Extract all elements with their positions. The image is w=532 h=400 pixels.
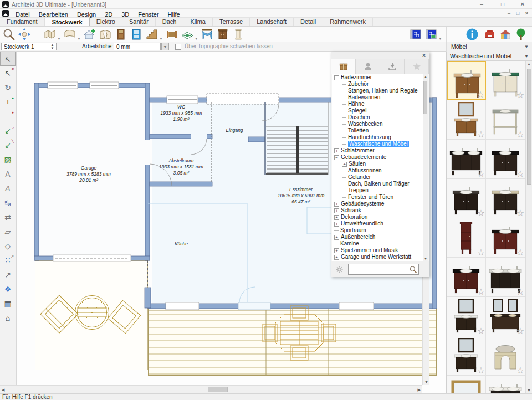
favorite-star-icon[interactable]: ☆ — [516, 90, 524, 100]
tab-terrasse[interactable]: Terrasse — [213, 18, 250, 26]
scatter-tool[interactable]: ⁙↗ — [0, 253, 16, 268]
tree-item[interactable]: Toiletten — [332, 127, 424, 134]
select-tool[interactable]: ↖ — [0, 52, 16, 66]
opening-tool[interactable] — [200, 27, 215, 42]
catalog-scrollbar[interactable]: ▲ ▼ — [525, 61, 532, 393]
plan-detail-view-button[interactable]: ▼ — [423, 27, 443, 42]
favorite-star-icon[interactable]: ☆ — [477, 208, 485, 218]
scroll-down-icon[interactable]: ▼ — [423, 380, 430, 384]
cabinet-tool[interactable] — [215, 27, 231, 42]
tree-item[interactable]: −Badezimmer — [332, 74, 424, 81]
tree-item[interactable]: Stangen, Haken und Regale — [332, 88, 424, 94]
column-tool[interactable] — [231, 27, 246, 42]
library-panel-titlebar[interactable]: ✕ — [331, 52, 429, 59]
minimize-button[interactable]: – — [477, 0, 487, 8]
text-tool[interactable]: A — [0, 167, 16, 181]
expand-icon[interactable]: + — [334, 248, 339, 253]
tab-landschaft[interactable]: Landschaft — [250, 18, 294, 26]
canvas-hscroll-thumb[interactable] — [208, 387, 228, 392]
pan-tool[interactable] — [17, 27, 32, 42]
workheight-dropdown[interactable]: ▼ — [161, 43, 169, 50]
favorite-star-icon[interactable]: ☆ — [477, 168, 485, 179]
tree-scrollbar[interactable]: ▲ ▼ — [423, 74, 428, 261]
multi-select-tool[interactable]: ↖# — [0, 66, 16, 80]
favorite-star-icon[interactable]: ☆ — [477, 247, 485, 258]
favorite-star-icon[interactable]: ☆ — [516, 168, 524, 179]
catalog-item-vanity-red-black-top[interactable]: ☆ — [486, 218, 525, 258]
catalog-item-double-vanity-two-mirrors[interactable]: ☆ — [486, 297, 525, 336]
close-icon[interactable]: ✕ — [420, 52, 428, 59]
hatch-tool[interactable]: ▨ — [0, 152, 16, 167]
wall-break-tool[interactable] — [98, 27, 113, 42]
tree-item[interactable]: +Schlafzimmer — [332, 147, 424, 154]
tree-item[interactable]: +Dekoration — [332, 214, 424, 220]
tree-item[interactable]: −Gebäudeelemente — [332, 154, 424, 161]
tab-fundament[interactable]: Fundament — [0, 18, 45, 26]
favorite-star-icon[interactable]: ☆ — [477, 365, 485, 376]
tree-item[interactable]: Handtuchheizung — [332, 134, 424, 141]
gear-icon[interactable] — [335, 265, 344, 274]
view-3d-tool[interactable]: ⌂ — [0, 311, 16, 325]
scroll-down-icon[interactable]: ▼ — [526, 388, 532, 392]
favorite-star-icon[interactable]: ☆ — [516, 326, 524, 336]
expand-icon[interactable]: + — [334, 222, 339, 227]
dimension-tool[interactable]: ↹ — [0, 196, 16, 210]
railing-tool[interactable] — [164, 27, 180, 42]
tree-item[interactable]: Badewannen — [332, 94, 424, 101]
door-tool[interactable] — [113, 27, 129, 42]
tab-favorites[interactable] — [405, 59, 429, 74]
favorite-star-icon[interactable]: ☆ — [516, 365, 524, 376]
materials-library-button[interactable] — [498, 27, 513, 42]
tree-item[interactable]: +Schrank — [332, 207, 424, 214]
window-tool[interactable] — [129, 27, 144, 42]
favorite-star-icon[interactable]: ☆ — [477, 129, 485, 140]
expand-icon[interactable]: + — [334, 255, 339, 260]
tree-item[interactable]: Treppen — [332, 187, 424, 194]
scroll-right-icon[interactable]: ▶ — [418, 388, 421, 392]
add-point-tool[interactable]: +● — [0, 95, 16, 109]
tab-klima[interactable]: Klima — [183, 18, 213, 26]
catalog-scroll-thumb[interactable] — [527, 69, 531, 185]
plan-view-button[interactable] — [408, 27, 423, 42]
tab-elektro[interactable]: Elektro — [90, 18, 122, 26]
tree-item[interactable]: +Spielzimmer und Musik — [332, 247, 424, 254]
catalog-item-vanity-espresso-black[interactable]: ☆ — [486, 140, 525, 179]
tree-item[interactable]: Geländer — [332, 174, 424, 181]
mdi-restore-button[interactable]: □ — [514, 9, 522, 17]
favorite-star-icon[interactable]: ☆ — [477, 326, 485, 336]
expand-icon[interactable]: + — [334, 208, 339, 213]
tab-import[interactable] — [380, 59, 405, 74]
furniture-library-button[interactable] — [482, 27, 498, 42]
text-arrow-tool[interactable]: A — [0, 181, 16, 196]
favorite-star-icon[interactable]: ☆ — [516, 247, 524, 258]
catalog-item-vanity-modern-white-top[interactable]: ☆ — [486, 258, 525, 297]
catalog-item-washstand-metal[interactable]: ☆ — [486, 100, 525, 140]
favorite-star-icon[interactable]: ☆ — [477, 286, 485, 297]
tree-item[interactable]: Sportraum — [332, 227, 424, 234]
catalog-item-vanity-mirror-modern-2[interactable]: ☆ — [447, 336, 486, 376]
tree-item[interactable]: Kamine — [332, 240, 424, 247]
animation-tool[interactable]: ▦ — [0, 296, 16, 311]
workheight-input[interactable]: 0 mm — [114, 43, 161, 50]
tab-detail[interactable]: Detail — [294, 18, 323, 26]
scroll-down-icon[interactable]: ▼ — [423, 257, 428, 260]
floor-tool[interactable]: ▼ — [180, 27, 200, 42]
tree-item[interactable]: Waschtische und Möbel — [332, 141, 424, 147]
catalog-item-vanity-green-marble[interactable]: ☆ — [486, 61, 525, 100]
collapse-icon[interactable]: − — [334, 75, 339, 80]
maximize-button[interactable]: □ — [498, 0, 508, 8]
expand-icon[interactable]: + — [334, 215, 339, 220]
tab-user[interactable] — [356, 59, 380, 74]
trajectory-tool[interactable]: ↗ — [0, 268, 16, 282]
fillet-corner-tool[interactable]: ↙◞ — [0, 124, 16, 138]
moebel-category-select[interactable]: Möbel ▼ — [446, 42, 532, 52]
catalog-item-double-vanity-espresso[interactable]: ☆ — [447, 140, 486, 179]
tab-rahmenwerk[interactable]: Rahmenwerk — [323, 18, 373, 26]
scroll-left-icon[interactable]: ◀ — [2, 388, 4, 392]
catalog-item-vanity-classic-brown[interactable]: ☆ — [447, 61, 486, 100]
zoom-tool[interactable] — [1, 27, 17, 42]
tree-item[interactable]: Waschbecken — [332, 121, 424, 127]
catalog-item-linen-cabinet-red[interactable]: ☆ — [447, 218, 486, 258]
tree-item[interactable]: Fenster und Türen — [332, 194, 424, 201]
scroll-up-icon[interactable]: ▲ — [423, 75, 428, 79]
